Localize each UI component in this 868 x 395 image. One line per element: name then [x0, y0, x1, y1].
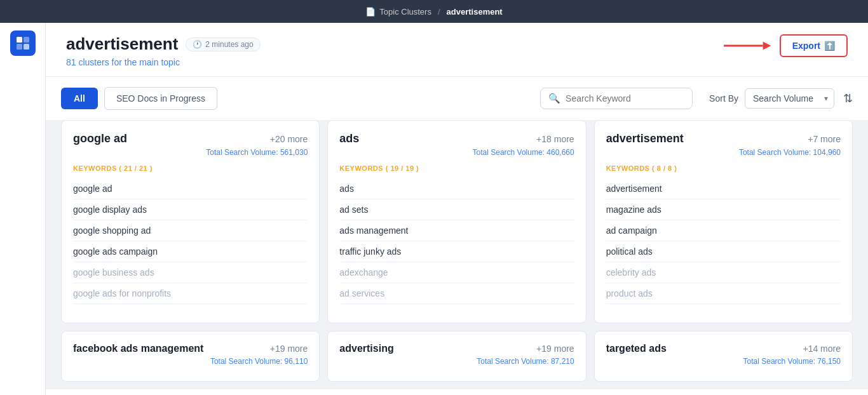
cluster-card-ads: ads +18 more Total Search Volume: 460,66… [327, 120, 586, 323]
time-ago-text: 2 minutes ago [205, 40, 253, 49]
all-filter-button[interactable]: All [61, 88, 98, 109]
list-item: traffic junky ads [339, 241, 574, 262]
svg-marker-5 [763, 42, 771, 50]
breadcrumb-sep: / [438, 7, 440, 17]
card-volume: Total Search Volume: 561,030 [73, 148, 308, 157]
list-item: ads management [339, 220, 574, 241]
header-actions: Export ⬆️ [721, 34, 848, 57]
card-more: +14 more [803, 344, 841, 354]
breadcrumb-icon: 📄 [365, 7, 376, 17]
sort-label: Sort By [709, 93, 738, 104]
search-box: 🔍 [540, 88, 693, 109]
cluster-card-advertising: advertising +19 more Total Search Volume… [327, 331, 586, 382]
seo-docs-filter-button[interactable]: SEO Docs in Progress [104, 87, 217, 110]
search-icon: 🔍 [548, 93, 560, 104]
sort-wrapper: Search Volume ▾ [745, 88, 834, 109]
logo-icon [15, 36, 31, 51]
bottom-cards-grid: facebook ads management +19 more Total S… [46, 323, 868, 389]
list-item: google display ads [73, 199, 308, 220]
list-item: product ads [606, 283, 841, 304]
card-volume: Total Search Volume: 96,110 [73, 357, 308, 366]
list-item: advertisement [606, 178, 841, 199]
card-title: targeted ads [606, 343, 667, 354]
list-item: ad sets [339, 199, 574, 220]
top-bar: 📄 Topic Clusters / advertisement [0, 0, 868, 23]
export-button[interactable]: Export ⬆️ [780, 34, 848, 57]
card-more: +19 more [536, 344, 574, 354]
keyword-list: google ad google display ads google shop… [73, 178, 308, 304]
list-item: google ad [73, 178, 308, 199]
page-header: advertisement 🕐 2 minutes ago 81 cluster… [46, 23, 868, 77]
cards-grid: google ad +20 more Total Search Volume: … [46, 120, 868, 323]
cluster-card-advertisement: advertisement +7 more Total Search Volum… [594, 120, 853, 323]
keyword-list: advertisement magazine ads ad campaign p… [606, 178, 841, 304]
card-title: advertising [339, 343, 393, 354]
time-badge: 🕐 2 minutes ago [186, 37, 260, 51]
list-item: ad services [339, 283, 574, 304]
card-more: +7 more [808, 134, 841, 144]
card-volume: Total Search Volume: 87,210 [339, 357, 574, 366]
export-label: Export [792, 41, 820, 51]
card-title: facebook ads management [73, 343, 203, 354]
clock-icon: 🕐 [193, 40, 202, 49]
card-more: +19 more [270, 344, 308, 354]
list-item: adexchange [339, 262, 574, 283]
keywords-label: KEYWORDS ( 21 / 21 ) [73, 164, 308, 172]
card-title: advertisement [606, 132, 684, 145]
card-title: ads [339, 132, 359, 145]
card-volume: Total Search Volume: 460,660 [339, 148, 574, 157]
page-title: advertisement [66, 34, 178, 54]
cluster-card-google-ad: google ad +20 more Total Search Volume: … [61, 120, 320, 323]
app-logo[interactable] [10, 30, 36, 56]
list-item: ads [339, 178, 574, 199]
keywords-label: KEYWORDS ( 8 / 8 ) [606, 164, 841, 172]
card-title: google ad [73, 132, 127, 145]
card-volume: Total Search Volume: 104,960 [606, 148, 841, 157]
export-icon: ⬆️ [824, 41, 835, 51]
sidebar [0, 23, 46, 395]
keywords-label: KEYWORDS ( 19 / 19 ) [339, 164, 574, 172]
arrow-hint [721, 37, 772, 55]
svg-rect-3 [24, 44, 29, 50]
list-item: ad campaign [606, 220, 841, 241]
cluster-count: 81 clusters for the main topic [66, 57, 261, 67]
sort-select[interactable]: Search Volume [745, 88, 834, 109]
filter-options-button[interactable]: ⇅ [843, 91, 853, 105]
list-item: magazine ads [606, 199, 841, 220]
cluster-card-facebook-ads: facebook ads management +19 more Total S… [61, 331, 320, 382]
svg-rect-2 [17, 44, 22, 50]
list-item: google shopping ad [73, 220, 308, 241]
cluster-card-targeted-ads: targeted ads +14 more Total Search Volum… [594, 331, 853, 382]
toolbar: All SEO Docs in Progress 🔍 Sort By Searc… [46, 77, 868, 120]
keyword-list: ads ad sets ads management traffic junky… [339, 178, 574, 304]
list-item: celebrity ads [606, 262, 841, 283]
card-more: +20 more [270, 134, 308, 144]
list-item: google ads campaign [73, 241, 308, 262]
svg-rect-1 [24, 37, 29, 43]
list-item: google ads for nonprofits [73, 283, 308, 304]
card-volume: Total Search Volume: 76,150 [606, 357, 841, 366]
card-more: +18 more [536, 134, 574, 144]
breadcrumb-topic[interactable]: Topic Clusters [379, 7, 431, 17]
svg-rect-0 [17, 37, 22, 43]
breadcrumb-current: advertisement [447, 7, 503, 17]
search-input[interactable] [566, 93, 680, 104]
list-item: political ads [606, 241, 841, 262]
list-item: google business ads [73, 262, 308, 283]
